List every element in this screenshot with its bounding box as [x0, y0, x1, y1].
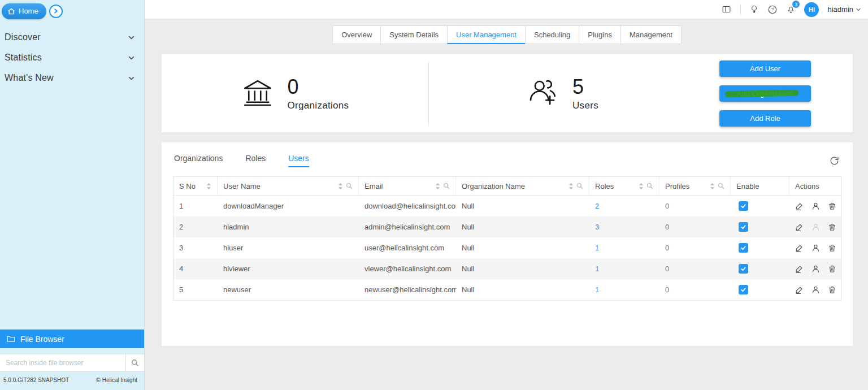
tab-user-management[interactable]: User Management: [447, 25, 526, 44]
sidebar-item-discover[interactable]: Discover: [0, 27, 144, 47]
column-label: User Name: [223, 182, 261, 190]
summary-actions: Add User Add Organization Add Role: [719, 60, 811, 127]
tab-plugins[interactable]: Plugins: [579, 25, 621, 44]
edit-user-icon[interactable]: [795, 244, 804, 252]
subtab-organizations[interactable]: Organizations: [174, 154, 223, 167]
enable-checkbox[interactable]: [739, 243, 748, 253]
cell-sno: 1: [173, 202, 218, 210]
tab-label: Scheduling: [534, 31, 570, 39]
main-area: ? 3 HI hiadmin: [145, 0, 868, 390]
sort-icon[interactable]: [435, 183, 440, 190]
topbar-separator: [740, 4, 741, 15]
column-header-email[interactable]: Email: [359, 177, 456, 195]
column-label: Organization Name: [462, 182, 525, 190]
tab-scheduling[interactable]: Scheduling: [525, 25, 579, 44]
cell-roles: 2: [589, 202, 659, 210]
tab-overview[interactable]: Overview: [332, 25, 381, 44]
refresh-icon: [830, 156, 839, 166]
topbar: ? 3 HI hiadmin: [145, 0, 868, 19]
brand: © Helical Insight: [96, 377, 137, 383]
delete-user-icon[interactable]: [828, 244, 836, 252]
subtab-roles[interactable]: Roles: [245, 154, 266, 167]
delete-user-icon[interactable]: [828, 223, 836, 231]
column-label: S No: [179, 182, 196, 190]
tab-system-details[interactable]: System Details: [380, 25, 448, 44]
edit-user-icon[interactable]: [795, 265, 804, 273]
enable-checkbox[interactable]: [739, 264, 748, 274]
username-label: hiadmin: [827, 5, 853, 14]
home-button[interactable]: Home: [2, 3, 46, 19]
notifications-button[interactable]: 3: [786, 4, 796, 15]
tab-label: Plugins: [588, 31, 612, 39]
column-header-sno[interactable]: S No: [173, 177, 218, 195]
user-roles-icon[interactable]: [811, 244, 820, 252]
column-search-icon[interactable]: [646, 183, 653, 189]
file-browser-label: File Browser: [20, 335, 64, 344]
table-row: 5 newuser newuser@helicalinsight.com Nul…: [173, 279, 841, 300]
file-browser-search-input[interactable]: [0, 354, 125, 371]
tab-label: Management: [630, 31, 672, 39]
tab-management[interactable]: Management: [620, 25, 682, 44]
cell-username: hiadmin: [218, 223, 359, 231]
file-browser-search: [0, 354, 144, 371]
cell-profiles: 0: [659, 265, 731, 273]
add-user-button[interactable]: Add User: [719, 60, 811, 77]
column-search-icon[interactable]: [346, 183, 353, 189]
cell-email: download@helicalinsight.com: [359, 202, 456, 210]
organizations-label: Organizations: [288, 100, 349, 111]
ideas-button[interactable]: [749, 4, 759, 15]
cell-email: newuser@helicalinsight.com: [359, 285, 456, 294]
user-roles-icon[interactable]: [811, 265, 820, 273]
cell-username: downloadManager: [218, 202, 359, 210]
users-label: Users: [572, 100, 598, 111]
cell-profiles: 0: [659, 223, 731, 231]
column-header-organization[interactable]: Organization Name: [456, 177, 589, 195]
user-roles-icon[interactable]: [811, 202, 820, 210]
users-count: 5: [572, 75, 598, 99]
column-label: Profiles: [665, 182, 689, 190]
edit-user-icon[interactable]: [795, 202, 804, 210]
delete-user-icon[interactable]: [828, 202, 836, 210]
add-organization-button[interactable]: Add Organization: [719, 85, 811, 102]
help-button[interactable]: ?: [767, 5, 778, 15]
edit-user-icon[interactable]: [795, 285, 804, 294]
cell-organization: Null: [456, 285, 589, 294]
column-search-icon[interactable]: [443, 183, 450, 189]
refresh-button[interactable]: [830, 156, 839, 166]
sidebar-item-statistics[interactable]: Statistics: [0, 47, 144, 68]
sort-icon[interactable]: [639, 183, 644, 190]
sidebar-expand-button[interactable]: [49, 5, 63, 18]
edit-user-icon[interactable]: [795, 223, 804, 231]
user-roles-icon[interactable]: [811, 285, 820, 294]
sort-icon[interactable]: [710, 183, 715, 190]
sort-icon[interactable]: [568, 183, 574, 190]
sidebar-item-whats-new[interactable]: What's New: [0, 68, 144, 88]
file-browser-search-button[interactable]: [125, 354, 144, 371]
column-header-username[interactable]: User Name: [218, 177, 359, 195]
organizations-icon: [241, 77, 274, 109]
delete-user-icon[interactable]: [828, 285, 836, 294]
user-menu[interactable]: hiadmin: [827, 5, 861, 14]
subtab-users[interactable]: Users: [288, 154, 309, 167]
delete-user-icon[interactable]: [828, 265, 836, 273]
svg-text:?: ?: [771, 7, 774, 12]
sort-icon[interactable]: [206, 183, 211, 190]
add-role-label: Add Role: [750, 114, 780, 123]
cell-profiles: 0: [659, 202, 731, 210]
table-body: 1 downloadManager download@helicalinsigh…: [173, 196, 841, 300]
cell-username: hiuser: [218, 244, 359, 252]
column-search-icon[interactable]: [576, 183, 583, 189]
file-browser-button[interactable]: File Browser: [0, 330, 144, 348]
copyright-icon: ©: [96, 377, 101, 383]
column-header-roles[interactable]: Roles: [589, 177, 659, 195]
table-header: S No User Name Email: [173, 177, 841, 196]
enable-checkbox[interactable]: [739, 285, 748, 294]
add-role-button[interactable]: Add Role: [719, 110, 811, 127]
sort-icon[interactable]: [338, 183, 343, 190]
column-search-icon[interactable]: [718, 183, 724, 189]
layout-toggle-button[interactable]: [721, 5, 732, 14]
enable-checkbox[interactable]: [739, 201, 748, 211]
column-header-profiles[interactable]: Profiles: [659, 177, 731, 195]
enable-checkbox[interactable]: [739, 222, 748, 232]
avatar[interactable]: HI: [804, 2, 819, 17]
